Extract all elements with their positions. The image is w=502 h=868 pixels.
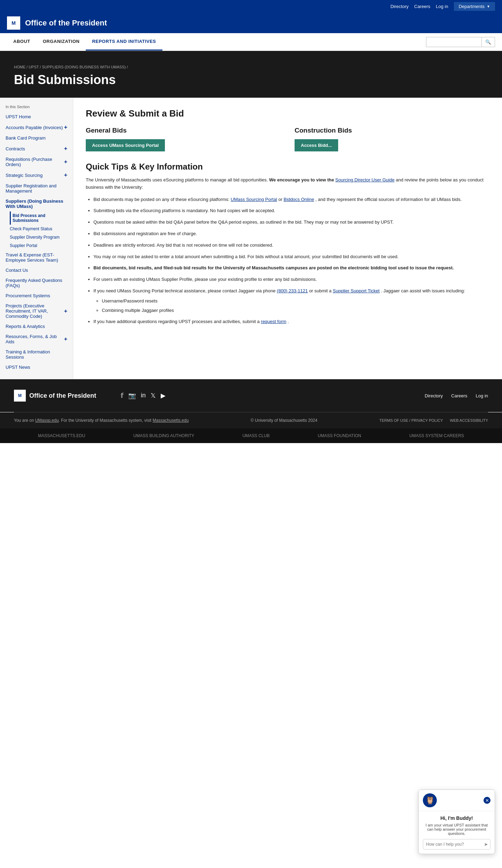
sidebar-item-accounts-payable[interactable]: Accounts Payable (Invoices) +: [0, 122, 73, 133]
sidebar-item-procurement-systems[interactable]: Procurement Systems: [0, 291, 73, 301]
tips-title: Quick Tips & Key Information: [86, 162, 489, 172]
sidebar-item-suppliers-doing-business[interactable]: Suppliers (Doing Business With UMass): [0, 196, 73, 211]
review-submit-title: Review & Submit a Bid: [86, 108, 489, 119]
expand-icon: +: [64, 145, 67, 152]
sidebar-item-projects[interactable]: Projects (Executive Recruitment, IT VAR,…: [0, 301, 73, 321]
sidebar-item-contracts[interactable]: Contracts +: [0, 143, 73, 154]
web-accessibility-link[interactable]: WEB ACCESSIBILITY: [450, 418, 488, 422]
instagram-icon[interactable]: 📷: [128, 392, 136, 399]
sidebar-item-check-payment[interactable]: Check Payment Status: [10, 225, 73, 233]
request-form-link[interactable]: request form: [261, 319, 286, 324]
search-area: 🔍: [426, 37, 495, 47]
page-title: Bid Submissions: [14, 73, 488, 87]
sub-list: Username/Password resets Combining multi…: [93, 298, 489, 314]
list-item: Deadlines are strictly enforced. Any bid…: [93, 242, 489, 249]
sidebar-item-faq[interactable]: Frequently Asked Questions (FAQs): [0, 275, 73, 291]
general-bids-section: General Bids Access UMass Sourcing Porta…: [86, 127, 281, 151]
sidebar-item-travel-expense[interactable]: Travel & Expense (EST-Employee Services …: [0, 250, 73, 265]
breadcrumb: HOME / UPST / SUPPLIERS (DOING BUSINESS …: [14, 65, 488, 69]
sidebar-item-contact-us[interactable]: Contact Us: [0, 265, 73, 275]
nav-organization[interactable]: ORGANIZATION: [37, 33, 86, 51]
search-input[interactable]: [426, 37, 482, 47]
construction-bids-section: Construction Bids Access Bidd...: [295, 127, 489, 151]
construction-bids-title: Construction Bids: [295, 127, 489, 134]
sidebar-item-bid-process[interactable]: Bid Process and Submissions: [10, 211, 73, 225]
sidebar-item-bank-card[interactable]: Bank Card Program: [0, 133, 73, 143]
footer-directory-link[interactable]: Directory: [425, 393, 443, 398]
careers-link[interactable]: Careers: [414, 4, 430, 9]
sidebar-item-supplier-portal[interactable]: Supplier Portal: [10, 241, 73, 250]
sidebar-item-training[interactable]: Training & Information Sessions: [0, 347, 73, 362]
expand-icon: +: [64, 308, 67, 314]
sidebar-item-supplier-diversity[interactable]: Supplier Diversity Program: [10, 233, 73, 241]
sidebar-item-upst-home[interactable]: UPST Home: [0, 112, 73, 122]
footer-careers-link[interactable]: Careers: [451, 393, 467, 398]
access-umass-sourcing-portal-button[interactable]: Access UMass Sourcing Portal: [86, 139, 165, 151]
list-item: Bid submissions and registration are fre…: [93, 230, 489, 238]
terms-of-use-link[interactable]: TERMS OF USE / PRIVACY POLICY: [379, 418, 443, 422]
tips-list: Bid documents may be posted on any of th…: [86, 196, 489, 326]
expand-icon: +: [64, 172, 67, 178]
footer-umass-foundation-link[interactable]: UMASS FOUNDATION: [318, 433, 361, 438]
footer-copyright: © University of Massachusetts 2024: [203, 418, 365, 423]
sourcing-director-guide-link[interactable]: Sourcing Director User Guide: [335, 177, 395, 182]
bids-grid: General Bids Access UMass Sourcing Porta…: [86, 127, 489, 151]
list-item: If you have additional questions regardi…: [93, 318, 489, 326]
login-link[interactable]: Log in: [436, 4, 448, 9]
general-bids-title: General Bids: [86, 127, 281, 134]
list-item: If you need UMass Sourcing Portal techni…: [93, 287, 489, 314]
list-item: Submitting bids via the eSourcing platfo…: [93, 207, 489, 215]
site-header: M Office of the President: [0, 13, 502, 33]
nav-reports[interactable]: REPORTS AND INITIATIVES: [86, 33, 162, 51]
sidebar-item-upst-news[interactable]: UPST News: [0, 362, 73, 372]
sidebar-item-requisitions[interactable]: Requisitions (Purchase Orders) +: [0, 154, 73, 170]
supplier-support-ticket-link[interactable]: Supplier Support Ticket: [333, 288, 380, 293]
linkedin-icon[interactable]: in: [141, 392, 146, 399]
umass-sourcing-portal-link[interactable]: UMass Sourcing Portal: [231, 197, 277, 202]
tips-intro: The University of Massachusetts uses eSo…: [86, 177, 489, 191]
chevron-down-icon: ▼: [487, 5, 490, 8]
footer-bottom: You are on UMassp.edu. For the Universit…: [0, 412, 502, 428]
site-title: Office of the President: [25, 18, 107, 28]
sidebar-item-strategic-sourcing[interactable]: Strategic Sourcing +: [0, 170, 73, 181]
list-item: Username/Password resets: [102, 298, 489, 305]
sidebar-item-reports-analytics[interactable]: Reports & Analytics: [0, 321, 73, 331]
access-construction-bids-button[interactable]: Access Bidd...: [295, 139, 338, 151]
expand-icon: +: [64, 336, 67, 342]
departments-button[interactable]: Departments ▼: [454, 2, 495, 11]
sidebar-item-supplier-reg[interactable]: Supplier Registration and Management: [0, 181, 73, 196]
footer-system-careers-link[interactable]: UMASS SYSTEM CAREERS: [409, 433, 464, 438]
massachusetts-edu-link[interactable]: Massachusetts.edu: [153, 418, 189, 423]
directory-link[interactable]: Directory: [390, 4, 409, 9]
phone-link[interactable]: (800) 233-1121: [277, 288, 308, 293]
main-nav: ABOUT ORGANIZATION REPORTS AND INITIATIV…: [0, 33, 502, 51]
twitter-icon[interactable]: 𝕏: [151, 392, 156, 399]
nav-items: ABOUT ORGANIZATION REPORTS AND INITIATIV…: [7, 33, 162, 51]
umassp-link[interactable]: UMassp.edu: [35, 418, 59, 423]
youtube-icon[interactable]: ▶: [161, 392, 166, 399]
nav-about[interactable]: ABOUT: [7, 33, 37, 51]
search-button[interactable]: 🔍: [482, 37, 495, 47]
footer-building-authority-link[interactable]: UMASS BUILDING AUTHORITY: [134, 433, 195, 438]
expand-icon: +: [64, 124, 67, 130]
footer-links: Directory Careers Log in: [425, 393, 488, 398]
footer-you-are-on: You are on UMassp.edu. For the Universit…: [14, 418, 189, 423]
list-item: Bid documents may be posted on any of th…: [93, 196, 489, 203]
footer-sub: MASSACHUSETTS.EDU UMASS BUILDING AUTHORI…: [0, 428, 502, 443]
sidebar-section-title: In this Section: [0, 105, 73, 112]
main-content: Review & Submit a Bid General Bids Acces…: [73, 98, 502, 379]
footer-login-link[interactable]: Log in: [476, 393, 488, 398]
list-item: For users with an existing UMass Supplie…: [93, 276, 489, 283]
footer-massachusetts-edu-link[interactable]: MASSACHUSETTS.EDU: [38, 433, 85, 438]
sidebar-item-resources-forms[interactable]: Resources, Forms, & Job Aids +: [0, 331, 73, 347]
expand-icon: +: [64, 159, 67, 165]
list-item: You may or may not be asked to enter a t…: [93, 253, 489, 261]
biddocs-online-link[interactable]: Biddocs Online: [284, 197, 314, 202]
footer-legal: TERMS OF USE / PRIVACY POLICY WEB ACCESS…: [379, 418, 488, 422]
sidebar: In this Section UPST Home Accounts Payab…: [0, 98, 73, 379]
footer-umass-club-link[interactable]: UMASS CLUB: [242, 433, 269, 438]
page-body: In this Section UPST Home Accounts Payab…: [0, 98, 502, 379]
facebook-icon[interactable]: 𝕗: [121, 392, 123, 399]
footer: M Office of the President 𝕗 📷 in 𝕏 ▶ Dir…: [0, 379, 502, 443]
umass-logo: M: [7, 16, 20, 30]
